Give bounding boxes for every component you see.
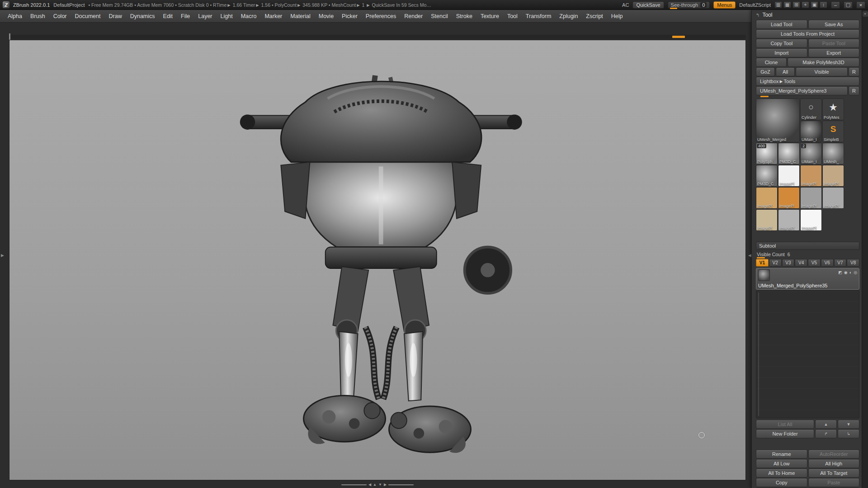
nav-left-icon[interactable]: ◀ bbox=[368, 483, 371, 487]
menu-item[interactable]: Render bbox=[400, 10, 427, 22]
menu-item[interactable]: Zscript bbox=[582, 10, 607, 22]
extract-subtool-button[interactable]: ↳ bbox=[838, 429, 859, 438]
menu-item[interactable]: Document bbox=[71, 10, 105, 22]
subtool-list-empty-area[interactable] bbox=[756, 290, 859, 418]
tool-thumbnail[interactable]: ★ PolyMes bbox=[822, 99, 844, 120]
tool-thumbnail[interactable]: PM3D_C bbox=[756, 165, 778, 187]
visible-count-slider[interactable]: Visible Count 6 bbox=[756, 251, 859, 258]
copy-tool-button[interactable]: Copy Tool bbox=[756, 39, 807, 48]
subtool-version-tab[interactable]: V7 bbox=[834, 259, 847, 267]
make-polymesh3d-button[interactable]: Make PolyMesh3D bbox=[788, 58, 859, 67]
goz-visible-button[interactable]: Visible bbox=[796, 67, 848, 76]
import-button[interactable]: Import bbox=[756, 48, 807, 57]
paste-subtool-button[interactable]: Paste bbox=[808, 478, 860, 487]
tool-thumbnail[interactable]: S SimpleB bbox=[822, 121, 844, 142]
load-tool-button[interactable]: Load Tool bbox=[756, 20, 807, 29]
menu-item[interactable]: File bbox=[177, 10, 194, 22]
strip-orange-marker[interactable] bbox=[672, 36, 685, 38]
menu-item[interactable]: Help bbox=[607, 10, 627, 22]
tray-scroll-up-icon[interactable]: ▾ bbox=[863, 11, 868, 17]
screens-icon[interactable]: ⊞ bbox=[793, 1, 800, 8]
rename-button[interactable]: Rename bbox=[756, 450, 807, 459]
subtool-list-item[interactable]: ◩◉◐◎ UMesh_Merged_PolySphere35 bbox=[756, 268, 859, 290]
right-tray-divider[interactable]: ◀ bbox=[748, 253, 751, 258]
subtool-version-tab[interactable]: V2 bbox=[769, 259, 782, 267]
close-button[interactable]: × bbox=[856, 1, 865, 9]
goz-all-button[interactable]: All bbox=[776, 67, 795, 76]
menus-button[interactable]: Menus bbox=[713, 1, 736, 9]
tool-panel-header[interactable]: ↰ Tool bbox=[756, 10, 859, 20]
menu-item[interactable]: Preferences bbox=[362, 10, 400, 22]
menu-item[interactable]: Material bbox=[286, 10, 314, 22]
all-low-button[interactable]: All Low bbox=[756, 459, 807, 468]
autoreorder-button[interactable]: AutoReorder bbox=[808, 450, 860, 459]
tool-thumbnail[interactable]: ImagePl bbox=[822, 165, 844, 187]
doc-layout-icon[interactable]: ▥ bbox=[774, 1, 782, 8]
tool-thumbnail[interactable]: ImagePl bbox=[822, 187, 844, 209]
paste-tool-button[interactable]: Paste Tool bbox=[808, 39, 860, 48]
polypaint-icon[interactable]: ◐ bbox=[849, 270, 852, 275]
menu-item[interactable]: Zplugin bbox=[555, 10, 582, 22]
tool-thumbnail[interactable]: UMesh_ bbox=[822, 143, 844, 164]
add-view-icon[interactable]: + bbox=[802, 1, 809, 8]
subtool-version-tab[interactable]: V3 bbox=[782, 259, 795, 267]
menu-item[interactable]: Stroke bbox=[452, 10, 476, 22]
subtool-version-tab[interactable]: V6 bbox=[821, 259, 834, 267]
tool-thumbnail[interactable]: 2 UMain_I bbox=[800, 143, 822, 164]
goz-r-button[interactable]: R bbox=[849, 67, 859, 76]
subtool-version-tab[interactable]: V8 bbox=[847, 259, 859, 267]
menu-item[interactable]: Draw bbox=[105, 10, 126, 22]
duplicate-view-icon[interactable]: ▣ bbox=[811, 1, 818, 8]
nav-right-icon[interactable]: ▶ bbox=[384, 483, 387, 487]
menu-item[interactable]: Stencil bbox=[427, 10, 452, 22]
menu-item[interactable]: Texture bbox=[476, 10, 503, 22]
export-button[interactable]: Export bbox=[808, 48, 860, 57]
sculpt-brush-icon[interactable]: ◩ bbox=[838, 270, 842, 275]
panel-grid-icon[interactable]: ▦ bbox=[783, 1, 791, 8]
all-high-button[interactable]: All High bbox=[808, 459, 860, 468]
tool-thumbnail[interactable]: UMain_I bbox=[800, 121, 822, 142]
tool-thumbnail[interactable]: 400 PolySph bbox=[756, 143, 778, 164]
duplicate-subtool-button[interactable]: ↱ bbox=[815, 429, 837, 438]
maximize-button[interactable]: ▢ bbox=[844, 1, 853, 9]
menu-item[interactable]: Picker bbox=[338, 10, 362, 22]
tool-thumbnail[interactable]: ImagePl bbox=[756, 187, 778, 209]
tool-thumbnail[interactable]: UMesh_Merged bbox=[756, 99, 800, 142]
tool-thumbnail[interactable]: ImagePl bbox=[756, 209, 778, 231]
visibility-eye-icon[interactable]: ◉ bbox=[844, 270, 848, 275]
clone-button[interactable]: Clone bbox=[756, 58, 787, 67]
list-all-button[interactable]: List All bbox=[756, 420, 814, 429]
subtool-version-tab[interactable]: V1 bbox=[756, 259, 769, 267]
menu-item[interactable]: Movie bbox=[315, 10, 338, 22]
nav-up-icon[interactable]: ▲ bbox=[373, 483, 377, 487]
subtool-version-tab[interactable]: V4 bbox=[795, 259, 807, 267]
tool-thumbnail[interactable]: ○ Cylinder bbox=[800, 99, 822, 120]
menu-item[interactable]: Light bbox=[217, 10, 237, 22]
menu-item[interactable]: Layer bbox=[194, 10, 216, 22]
lightbox-tools-button[interactable]: Lightbox►Tools bbox=[756, 77, 859, 86]
menu-item[interactable]: Brush bbox=[26, 10, 49, 22]
subtool-header[interactable]: Subtool bbox=[756, 242, 859, 250]
resize-view-icon[interactable]: ↕ bbox=[820, 1, 827, 8]
menu-item[interactable]: Transform bbox=[522, 10, 556, 22]
current-tool-button[interactable]: UMesh_Merged_PolySphere3 bbox=[756, 86, 848, 95]
minimize-button[interactable]: – bbox=[831, 1, 840, 9]
nav-down-icon[interactable]: ▼ bbox=[378, 483, 382, 487]
subtool-list-scroll-track[interactable] bbox=[758, 292, 759, 416]
move-subtool-down-button[interactable]: ▼ bbox=[838, 420, 859, 429]
tool-thumbnail[interactable]: PM3D_C bbox=[778, 143, 800, 164]
tool-thumbnail[interactable]: ImagePl bbox=[778, 209, 800, 231]
menu-item[interactable]: Dynamics bbox=[126, 10, 159, 22]
menu-item[interactable]: Edit bbox=[159, 10, 177, 22]
tool-thumbnail[interactable]: ImagePl bbox=[778, 187, 800, 209]
new-folder-button[interactable]: New Folder bbox=[756, 429, 814, 438]
goz-button[interactable]: GoZ bbox=[756, 67, 775, 76]
wireframe-eye-icon[interactable]: ◎ bbox=[854, 270, 857, 275]
quicksave-button[interactable]: QuickSave bbox=[632, 1, 664, 9]
load-tools-from-project-button[interactable]: Load Tools From Project bbox=[756, 29, 859, 38]
menu-item[interactable]: Alpha bbox=[4, 10, 26, 22]
tool-thumbnail[interactable]: ImagePl bbox=[800, 165, 822, 187]
seethrough-slider[interactable]: See-through 0 bbox=[668, 1, 710, 9]
left-tray-divider[interactable]: ▶ bbox=[1, 253, 4, 258]
subtool-version-tab[interactable]: V5 bbox=[808, 259, 821, 267]
